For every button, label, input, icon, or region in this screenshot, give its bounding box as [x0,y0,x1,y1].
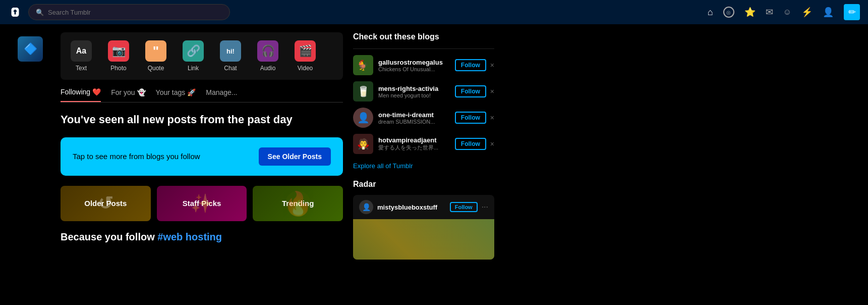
search-bar[interactable]: 🔍 [28,4,230,20]
avatar-icon: 🔷 [24,42,37,56]
trending-card[interactable]: 🔥 Trending [253,186,343,221]
blog-item-0: 🐓 gallusrostromegalus Chickens Of Unusua… [353,55,494,75]
tab-following[interactable]: Following ❤️ [61,88,101,102]
blog-desc-1: Men need yogurt too! [378,92,450,98]
blog-actions-1: Follow × [455,85,494,97]
because-follow: Because you follow #web hosting [61,231,343,243]
photo-label: Photo [110,65,126,72]
dismiss-button-3[interactable]: × [490,140,494,148]
post-type-video[interactable]: 🎬 Video [295,40,316,72]
older-posts-bg-icon: ↺ [98,193,113,214]
home-icon[interactable]: ⌂ [708,7,713,18]
right-sidebar: Check out these blogs 🐓 gallusrostromega… [353,32,494,260]
all-seen-message: You've seen all new posts from the past … [61,113,343,127]
trending-bg-icon: 🔥 [285,191,311,216]
staff-picks-bg-icon: ✨ [191,193,213,214]
post-type-link[interactable]: 🔗 Link [183,40,204,72]
search-input[interactable] [48,9,222,16]
foryou-emoji: 👻 [137,88,146,96]
link-label: Link [188,65,199,72]
because-follow-prefix: Because you follow [61,231,157,242]
radar-more-button[interactable]: ··· [482,202,488,212]
follow-tag-link[interactable]: #web hosting [157,231,222,242]
manage-label: Manage... [206,88,237,96]
dismiss-button-2[interactable]: × [490,114,494,122]
photo-icon: 📷 [108,40,129,62]
center-content: Aa Text 📷 Photo " Quote 🔗 Link hi! Chat … [61,32,343,260]
user-icon[interactable]: 👤 [823,7,834,18]
text-label: Text [76,65,87,72]
post-type-chat[interactable]: hi! Chat [220,40,241,72]
main-layout: 🔷 Aa Text 📷 Photo " Quote 🔗 Link hi! [0,32,868,260]
feed-area: You've seen all new posts from the past … [61,113,343,243]
face-icon[interactable]: ☺ [783,8,791,17]
link-icon: 🔗 [183,40,204,62]
explore-tumblr-link[interactable]: Explore all of Tumblr [353,162,494,170]
following-emoji: ❤️ [92,88,101,96]
radar-image [353,219,494,260]
yourtags-emoji: 🚀 [187,88,196,96]
blog-desc-3: 愛する人を失った世界... [378,144,450,151]
dismiss-button-1[interactable]: × [490,87,494,95]
left-sidebar: 🔷 [10,32,50,260]
dismiss-button-0[interactable]: × [490,61,494,69]
blog-info-3: hotvampireadjaent 愛する人を失った世界... [378,136,450,151]
tab-manage[interactable]: Manage... [206,88,237,101]
video-icon: 🎬 [295,40,316,62]
blog-info-2: one-time-i-dreamt dream SUBMISSION... [378,111,450,125]
mail-icon[interactable]: ✉ [766,7,773,18]
blog-name-2: one-time-i-dreamt [378,111,450,119]
blog-info-0: gallusrostromegalus Chickens Of Unusual.… [378,59,450,72]
compose-icon: ✏ [848,7,856,18]
blog-avatar-2: 👤 [353,108,373,128]
following-label: Following [61,88,90,96]
bolt-icon[interactable]: ⚡ [801,7,813,18]
blog-avatar[interactable]: 🔷 [18,36,43,62]
post-type-text[interactable]: Aa Text [71,40,92,72]
follow-button-2[interactable]: Follow [455,112,486,124]
check-blogs-title: Check out these blogs [353,32,494,41]
post-type-audio[interactable]: 🎧 Audio [257,40,278,72]
foryou-label: For you [111,88,135,96]
star-icon[interactable]: ⭐ [744,7,756,18]
feed-tabs: Following ❤️ For you 👻 Your tags 🚀 Manag… [61,88,343,103]
tab-foryou[interactable]: For you 👻 [111,88,145,101]
see-more-box[interactable]: Tap to see more from blogs you follow Se… [61,137,343,176]
tab-yourtags[interactable]: Your tags 🚀 [156,88,196,101]
blog-actions-3: Follow × [455,138,494,150]
older-posts-card[interactable]: ↺ Older Posts [61,186,151,221]
radar-title: Radar [353,180,494,189]
follow-button-3[interactable]: Follow [455,138,486,150]
blog-actions-0: Follow × [455,59,494,71]
blog-name-0: gallusrostromegalus [378,59,450,66]
chat-label: Chat [224,65,237,72]
text-icon: Aa [71,40,92,62]
see-more-text: Tap to see more from blogs you follow [73,152,200,161]
compass-icon[interactable]: ◎ [723,7,734,18]
blog-list: 🐓 gallusrostromegalus Chickens Of Unusua… [353,55,494,154]
blog-desc-0: Chickens Of Unusual... [378,66,450,72]
radar-follow-button[interactable]: Follow [450,202,478,212]
follow-button-0[interactable]: Follow [455,59,486,71]
blog-item-1: 🥛 mens-rights-activia Men need yogurt to… [353,81,494,101]
staff-picks-card[interactable]: ✨ Staff Picks [157,186,247,221]
compose-button[interactable]: ✏ [844,4,860,20]
post-type-photo[interactable]: 📷 Photo [108,40,129,72]
blog-desc-2: dream SUBMISSION... [378,119,450,125]
blog-avatar-3: 🧛 [353,134,373,154]
radar-post: 👤 mistysblueboxstuff Follow ··· [353,195,494,260]
radar-post-header: 👤 mistysblueboxstuff Follow ··· [353,195,494,219]
post-type-quote[interactable]: " Quote [145,40,166,72]
top-navigation: 🔍 ⌂ ◎ ⭐ ✉ ☺ ⚡ 👤 ✏ [0,0,868,24]
quote-icon: " [145,40,166,62]
see-older-button[interactable]: See Older Posts [259,147,331,166]
follow-button-1[interactable]: Follow [455,85,486,97]
chat-icon: hi! [220,40,241,62]
audio-label: Audio [260,65,276,72]
quote-label: Quote [148,65,164,72]
blog-item-2: 👤 one-time-i-dreamt dream SUBMISSION... … [353,108,494,128]
divider-1 [353,48,494,49]
search-icon: 🔍 [36,9,44,16]
tumblr-logo[interactable] [8,5,22,19]
video-label: Video [298,65,313,72]
